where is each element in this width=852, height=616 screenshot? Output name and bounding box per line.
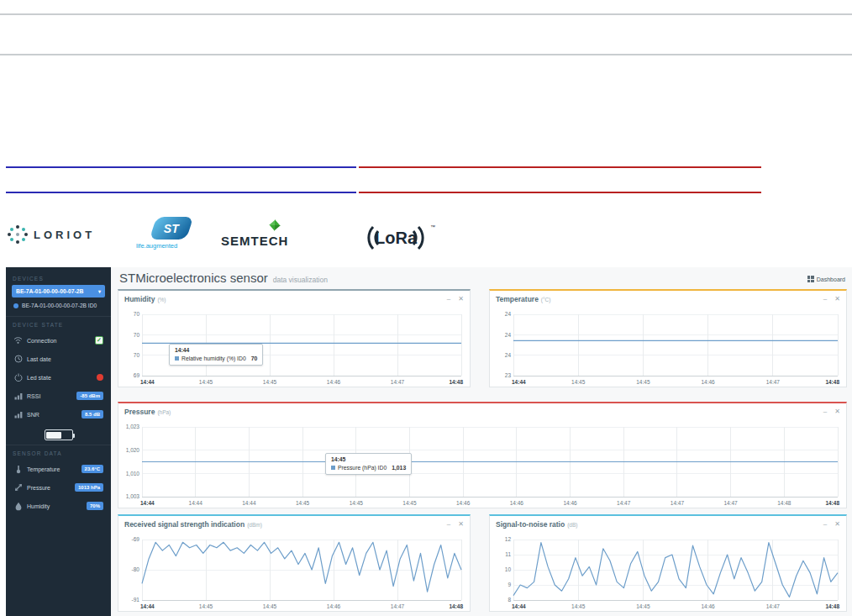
- svg-text:14:44: 14:44: [140, 500, 155, 506]
- svg-text:14:47: 14:47: [766, 379, 781, 385]
- tooltip-label: Relative humidity (%) ID0: [181, 355, 246, 361]
- semtech-pinwheel-icon: [268, 218, 281, 232]
- loriot-logo: LORIOT: [7, 224, 95, 245]
- svg-text:1,023: 1,023: [126, 424, 140, 429]
- minimize-icon[interactable]: –: [823, 296, 827, 303]
- sensor-temperature[interactable]: Temperature 23.6°C: [12, 460, 105, 478]
- humidity-label: Humidity: [27, 503, 50, 509]
- temperature-value-badge: 23.6°C: [82, 465, 103, 473]
- svg-text:14:46: 14:46: [327, 603, 341, 609]
- svg-text:14:48: 14:48: [449, 379, 463, 385]
- device-state-snr[interactable]: SNR 8.5 dB: [12, 405, 105, 424]
- led-red-dot-icon: [97, 374, 103, 381]
- pressure-chart: 1,0231,0201,0101,00314:4414:4414:4414:45…: [118, 421, 846, 508]
- temperature-line-chart[interactable]: 2424242314:4414:4514:4514:4614:4714:48: [490, 308, 846, 387]
- minimize-icon[interactable]: –: [447, 521, 450, 528]
- close-icon[interactable]: ✕: [834, 521, 840, 528]
- device-dropdown[interactable]: BE-7A-01-00-00-00-07-2B ▾: [12, 285, 105, 297]
- humidity-widget: Humidity (%) – ✕ 7070706914:4414:4514:45…: [118, 289, 471, 387]
- wifi-icon: [13, 336, 23, 345]
- rssi-line-chart[interactable]: -69-80-9114:4414:4514:4514:4614:4714:48: [118, 534, 470, 611]
- device-list-item[interactable]: BE-7A-01-00-00-00-07-2B ID0: [12, 297, 105, 312]
- page: LORIOT ST life.augmented SEMTECH LoRa ™ …: [0, 0, 852, 616]
- svg-text:14:45: 14:45: [199, 603, 213, 609]
- snr-widget: Signal-to-noise ratio (dB) – ✕ 121110981…: [489, 514, 847, 612]
- page-title-text: STMicroelectronics sensor: [119, 271, 268, 285]
- page-subtitle: data visualization: [273, 276, 328, 284]
- semtech-logo-text: SEMTECH: [221, 234, 288, 248]
- svg-text:14:47: 14:47: [723, 500, 738, 506]
- sidebar-divider: [6, 445, 111, 445]
- temperature-widget: Temperature (°C) – ✕ 2424242314:4414:451…: [489, 289, 847, 387]
- snr-line-chart[interactable]: 1211109814:4414:4514:4514:4614:4714:48: [490, 534, 846, 611]
- sensor-pressure[interactable]: Pressure 1013 hPa: [12, 478, 105, 497]
- humidity-chart: 7070706914:4414:4514:4514:4614:4714:48 1…: [118, 308, 470, 387]
- lora-logo-text: LoRa: [375, 229, 418, 247]
- device-state-connection[interactable]: Connection ✓: [12, 331, 105, 350]
- humidity-widget-unit: (%): [157, 297, 166, 303]
- svg-text:14:44: 14:44: [512, 603, 526, 609]
- temperature-widget-title: Temperature: [496, 295, 539, 303]
- divider-gray-second: [0, 54, 852, 55]
- svg-text:14:46: 14:46: [510, 500, 524, 506]
- close-icon[interactable]: ✕: [458, 521, 464, 528]
- pressure-widget: Pressure (hPa) – ✕ 1,0231,0201,0101,0031…: [118, 402, 847, 508]
- series-swatch-icon: [175, 356, 179, 361]
- snr-widget-title: Signal-to-noise ratio: [496, 520, 565, 529]
- snr-widget-header[interactable]: Signal-to-noise ratio (dB) – ✕: [490, 516, 846, 533]
- svg-text:14:45: 14:45: [571, 603, 586, 609]
- device-state-rssi[interactable]: RSSI -85 dBm: [12, 387, 105, 405]
- svg-text:-69: -69: [132, 536, 140, 542]
- divider-red-1: [359, 166, 761, 168]
- thermometer-icon: [13, 465, 23, 474]
- droplet-icon: [13, 502, 23, 511]
- svg-text:14:47: 14:47: [671, 500, 685, 506]
- humidity-widget-header[interactable]: Humidity (%) – ✕: [118, 291, 470, 308]
- svg-text:14:45: 14:45: [402, 500, 417, 506]
- chevron-down-icon: ▾: [98, 288, 101, 294]
- snr-chart: 1211109814:4414:4514:4514:4614:4714:48: [490, 534, 846, 611]
- svg-text:14:48: 14:48: [449, 603, 463, 609]
- close-icon[interactable]: ✕: [834, 296, 840, 303]
- svg-text:14:47: 14:47: [617, 500, 631, 506]
- device-state-last-date[interactable]: Last date: [12, 350, 105, 368]
- divider-gray-top: [0, 13, 852, 15]
- battery-icon: [45, 429, 73, 440]
- svg-text:11: 11: [505, 551, 511, 557]
- pressure-line-chart[interactable]: 1,0231,0201,0101,00314:4414:4414:4414:45…: [118, 421, 846, 508]
- svg-text:14:47: 14:47: [391, 603, 405, 609]
- last-date-label: Last date: [27, 356, 51, 362]
- gauge-icon: [13, 483, 23, 492]
- st-shield-icon: ST: [150, 217, 194, 240]
- svg-text:14:44: 14:44: [140, 603, 155, 609]
- device-state-led[interactable]: Led state: [12, 368, 105, 387]
- close-icon[interactable]: ✕: [834, 408, 840, 415]
- svg-text:14:45: 14:45: [263, 603, 277, 609]
- humidity-value-badge: 70%: [87, 502, 103, 510]
- rssi-widget-header[interactable]: Received signal strength indication (dBm…: [118, 516, 470, 533]
- divider-blue-1: [6, 166, 356, 168]
- svg-text:14:46: 14:46: [563, 500, 577, 506]
- svg-text:14:47: 14:47: [391, 379, 405, 385]
- sidebar-divider: [6, 316, 111, 317]
- minimize-icon[interactable]: –: [823, 521, 827, 528]
- svg-text:9: 9: [508, 582, 511, 587]
- sensor-humidity[interactable]: Humidity 70%: [12, 497, 105, 515]
- pressure-widget-header[interactable]: Pressure (hPa) – ✕: [118, 403, 846, 420]
- svg-text:14:46: 14:46: [701, 379, 715, 385]
- close-icon[interactable]: ✕: [458, 296, 464, 303]
- minimize-icon[interactable]: –: [823, 408, 827, 415]
- temperature-widget-unit: (°C): [541, 297, 551, 303]
- rssi-widget: Received signal strength indication (dBm…: [118, 514, 471, 612]
- svg-text:14:45: 14:45: [636, 379, 650, 385]
- dashboard-button[interactable]: Dashboard: [807, 276, 845, 282]
- temperature-widget-header[interactable]: Temperature (°C) – ✕: [490, 291, 846, 308]
- section-label-sensor-data: SENSOR DATA: [12, 447, 105, 460]
- svg-text:14:44: 14:44: [242, 500, 256, 506]
- svg-text:12: 12: [505, 536, 512, 542]
- rssi-label: RSSI: [27, 393, 40, 399]
- series-swatch-icon: [331, 466, 335, 470]
- minimize-icon[interactable]: –: [447, 296, 450, 303]
- svg-text:14:48: 14:48: [777, 500, 792, 506]
- divider-red-2: [359, 192, 761, 193]
